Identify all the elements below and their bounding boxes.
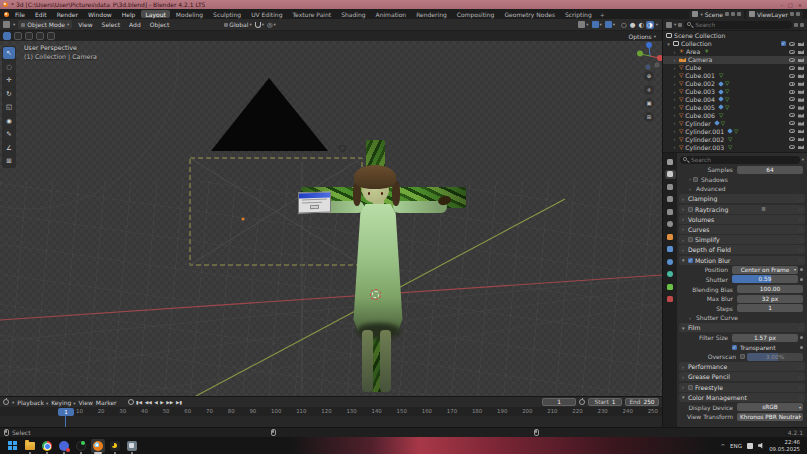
network-icon[interactable] bbox=[747, 443, 753, 449]
panel-clamping[interactable]: ›Clamping∷ bbox=[679, 194, 805, 203]
menu-edit[interactable]: Edit bbox=[31, 11, 51, 18]
menu-render[interactable]: Render bbox=[53, 11, 82, 18]
timeline-editor-icon[interactable] bbox=[3, 399, 9, 405]
samples-field[interactable]: 64 bbox=[737, 166, 803, 174]
cone-object[interactable] bbox=[211, 78, 328, 151]
tab-texture[interactable] bbox=[665, 295, 676, 304]
workspace-tab-shading[interactable]: Shading bbox=[337, 10, 369, 18]
minimize-button[interactable]: – bbox=[781, 2, 784, 8]
tool-rotate[interactable]: ↻ bbox=[3, 88, 15, 100]
menu-help[interactable]: Help bbox=[118, 11, 140, 18]
outliner-row-area[interactable]: › ☀ Area ☀ bbox=[663, 48, 807, 56]
shutter-slider[interactable]: 0.59 bbox=[732, 275, 798, 283]
hide-in-viewport-icon[interactable] bbox=[789, 145, 795, 149]
workspace-tab-rendering[interactable]: Rendering bbox=[412, 10, 451, 18]
tool-tweak-select[interactable]: ↖ bbox=[3, 47, 15, 59]
tab-world[interactable] bbox=[665, 220, 676, 229]
start-button[interactable] bbox=[6, 439, 20, 453]
jump-to-start-button[interactable]: ▮◀ bbox=[136, 400, 142, 405]
tab-output[interactable] bbox=[665, 182, 676, 191]
display-device-dropdown[interactable]: sRGB bbox=[737, 403, 803, 411]
frame-end-field[interactable]: End250 bbox=[625, 398, 659, 406]
workspace-tab-texture-paint[interactable]: Texture Paint bbox=[288, 10, 335, 18]
disable-in-renders-icon[interactable] bbox=[798, 65, 804, 70]
pan-icon[interactable]: ✛ bbox=[644, 85, 654, 95]
app-button-8[interactable] bbox=[125, 439, 139, 453]
play-button[interactable]: ▶ bbox=[160, 400, 164, 405]
material-preview-button[interactable]: ◐ bbox=[637, 21, 645, 29]
jump-to-end-button[interactable]: ▶▮ bbox=[176, 400, 182, 405]
viewport-menu-object[interactable]: Object bbox=[147, 21, 173, 28]
panel-curves[interactable]: ›Curves∷ bbox=[679, 225, 805, 234]
select-mode-subtract-button[interactable] bbox=[25, 32, 33, 40]
close-button[interactable]: × bbox=[798, 2, 802, 8]
new-view-layer-icon[interactable] bbox=[790, 12, 794, 16]
disable-in-renders-icon[interactable] bbox=[798, 73, 804, 78]
tool-scale[interactable]: ◱ bbox=[3, 101, 15, 113]
hide-in-viewport-icon[interactable] bbox=[789, 129, 795, 133]
tab-render[interactable] bbox=[665, 170, 676, 179]
disclosure-triangle-icon[interactable]: › bbox=[672, 57, 677, 63]
workspace-tab-scripting[interactable]: Scripting bbox=[561, 10, 596, 18]
hide-in-viewport-icon[interactable] bbox=[789, 105, 795, 109]
hide-in-viewport-icon[interactable] bbox=[789, 58, 795, 62]
max-blur-field[interactable]: 32 px bbox=[737, 295, 803, 303]
outliner-row-cube006[interactable]: ›▽ Cube.006 ▽ bbox=[663, 111, 807, 119]
gizmos-dropdown[interactable]: ▾ bbox=[592, 21, 602, 28]
panel-raytracing[interactable]: ›Raytracing≣∷ bbox=[679, 205, 805, 214]
zoom-icon[interactable]: ⊕ bbox=[644, 71, 654, 81]
volume-icon[interactable] bbox=[758, 443, 764, 449]
panel-depth-of-field[interactable]: ›Depth of Field∷ bbox=[679, 245, 805, 254]
view-layer-selector[interactable]: ViewLayer bbox=[746, 10, 803, 19]
new-collection-icon[interactable] bbox=[800, 23, 804, 27]
wireframe-shading-button[interactable]: ○ bbox=[620, 21, 628, 29]
panel-freestyle[interactable]: ›Freestyle∷ bbox=[679, 383, 805, 392]
workspace-tab-layout[interactable]: Layout bbox=[141, 10, 169, 18]
tab-physics[interactable] bbox=[665, 270, 676, 279]
outliner-row-camera[interactable]: › Camera bbox=[663, 56, 807, 64]
hide-in-viewport-icon[interactable] bbox=[789, 42, 795, 46]
hide-in-viewport-icon[interactable] bbox=[789, 66, 795, 70]
animate-dot-icon[interactable] bbox=[800, 336, 803, 339]
maximize-button[interactable]: □ bbox=[788, 2, 793, 8]
workspace-tab-modeling[interactable]: Modeling bbox=[172, 10, 207, 18]
panel-volumes[interactable]: ›Volumes∷ bbox=[679, 215, 805, 224]
play-reverse-button[interactable]: ◀ bbox=[154, 400, 158, 405]
hide-in-viewport-icon[interactable] bbox=[789, 74, 795, 78]
blender-taskbar-button[interactable] bbox=[91, 439, 105, 453]
overscan-slider[interactable]: 3.00% bbox=[747, 353, 803, 361]
tool-move[interactable]: ✛ bbox=[3, 74, 15, 86]
mode-selector[interactable]: Object Mode ▾ bbox=[18, 20, 72, 29]
disable-in-renders-icon[interactable] bbox=[798, 121, 804, 126]
tool-add-cube[interactable]: ⊞ bbox=[3, 155, 15, 167]
disable-in-renders-icon[interactable] bbox=[798, 97, 804, 102]
navigation-gizmo[interactable] bbox=[637, 42, 662, 69]
tab-scene[interactable] bbox=[665, 207, 676, 216]
stopwatch-icon[interactable] bbox=[579, 399, 585, 405]
viewport-menu-view[interactable]: View bbox=[75, 21, 95, 28]
next-keyframe-button[interactable]: ▶▶ bbox=[166, 400, 173, 405]
freestyle-checkbox[interactable] bbox=[688, 385, 693, 390]
proportional-edit-toggle[interactable]: ◎ ▾ bbox=[267, 21, 276, 29]
panel-grease-pencil[interactable]: ›Grease Pencil∷ bbox=[679, 372, 805, 381]
snap-toggle[interactable]: ▾ bbox=[255, 22, 264, 28]
select-mode-extend-button[interactable] bbox=[14, 32, 22, 40]
disable-in-renders-icon[interactable] bbox=[798, 42, 804, 47]
dialog-texture-plane[interactable] bbox=[298, 191, 331, 213]
tool-cursor[interactable]: ◌ bbox=[3, 61, 15, 73]
frame-start-field[interactable]: Start1 bbox=[588, 398, 622, 406]
object-visibility-dropdown[interactable]: ▾ bbox=[578, 21, 588, 28]
timeline-menu-playback[interactable]: Playback ▾ bbox=[17, 399, 48, 406]
editor-type-icon[interactable] bbox=[3, 21, 10, 28]
new-scene-icon[interactable] bbox=[731, 12, 735, 16]
transform-orientation-selector[interactable]: Global ▾ bbox=[224, 21, 251, 28]
disable-in-renders-icon[interactable] bbox=[798, 105, 804, 110]
music-app-button[interactable] bbox=[74, 439, 88, 453]
pin-icon[interactable] bbox=[725, 12, 729, 16]
axis-z-handle[interactable] bbox=[646, 42, 652, 48]
overlays-dropdown[interactable]: ▾ bbox=[605, 21, 615, 28]
panel-simplify[interactable]: ›Simplify∷ bbox=[679, 235, 805, 244]
select-mode-set-button[interactable] bbox=[3, 32, 11, 40]
transparent-checkbox[interactable]: ✓ bbox=[732, 345, 737, 350]
3d-cursor[interactable] bbox=[370, 289, 381, 300]
